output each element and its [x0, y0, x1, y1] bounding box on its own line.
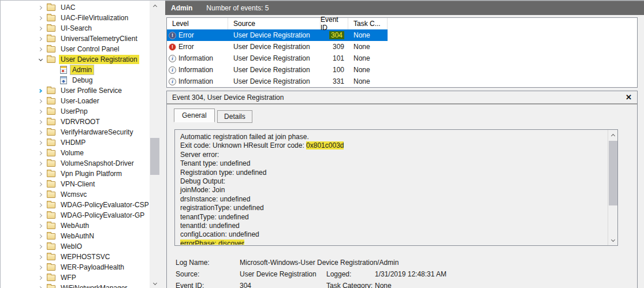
event-row[interactable]: iInformationUser Device Registration101N… — [167, 53, 388, 64]
event-row[interactable]: !ErrorUser Device Registration309None — [167, 41, 388, 53]
chevron-right-icon[interactable] — [36, 158, 46, 169]
tree-item-wer-payloadhealth[interactable]: WER-PayloadHealth — [1, 262, 150, 272]
chevron-right-icon[interactable] — [36, 283, 46, 288]
chevron-right-icon[interactable] — [36, 2, 46, 13]
tree-item-wdag-policyevaluator-csp[interactable]: WDAG-PolicyEvaluator-CSP — [1, 200, 150, 210]
chevron-right-icon[interactable] — [36, 106, 46, 117]
source-cell: User Device Registration — [228, 64, 321, 76]
chevron-right-icon[interactable] — [36, 200, 46, 210]
description-line: errorPhase: discover — [180, 240, 604, 245]
tree-item-user-device-registration[interactable]: User Device Registration — [1, 54, 150, 65]
tree-item-wcmsvc[interactable]: Wcmsvc — [1, 189, 150, 200]
tree-item-admin[interactable]: Admin — [1, 65, 150, 75]
folder-icon — [47, 285, 55, 288]
chevron-right-icon[interactable] — [36, 85, 46, 96]
scroll-up-button[interactable] — [150, 1, 160, 10]
column-header-level[interactable]: Level — [167, 18, 228, 29]
description-line: Registration type: undefined — [180, 169, 604, 177]
folder-icon — [47, 57, 55, 63]
event-count: Number of events: 5 — [206, 4, 269, 12]
level-text: Information — [178, 66, 213, 74]
event-row[interactable]: !ErrorUser Device Registration304None — [167, 29, 388, 41]
level-cell: !Error — [167, 29, 228, 41]
description-line: drsInstance: undefined — [180, 195, 604, 204]
chevron-right-icon[interactable] — [36, 148, 46, 158]
column-header-source[interactable]: Source — [228, 18, 321, 29]
chevron-right-icon[interactable] — [36, 96, 46, 106]
tree-item-vpn-client[interactable]: VPN-Client — [1, 179, 150, 189]
chevron-right-icon[interactable] — [36, 179, 46, 189]
tree-item-userpnp[interactable]: UserPnp — [1, 106, 150, 117]
event-row[interactable]: iInformationUser Device Registration100N… — [167, 64, 388, 76]
scroll-down-button[interactable] — [608, 235, 618, 245]
column-header-event-id[interactable]: Event ID — [321, 18, 348, 29]
tree-item-debug[interactable]: Debug — [1, 75, 150, 85]
tab-details[interactable]: Details — [217, 110, 252, 123]
event-id-cell: 100 — [321, 64, 348, 76]
folder-icon — [47, 181, 55, 188]
level-cell: iInformation — [167, 76, 228, 87]
folder-icon — [47, 202, 55, 208]
tree-item-wephostsvc[interactable]: WEPHOSTSVC — [1, 252, 150, 262]
tree-item-label: VPN-Client — [59, 179, 96, 189]
tree-item-webauthn[interactable]: WebAuthN — [1, 231, 150, 241]
close-icon[interactable]: ✕ — [626, 93, 632, 102]
chevron-right-icon[interactable] — [36, 272, 46, 283]
folder-icon — [47, 25, 55, 32]
log-tree: UACUAC-FileVirtualizationUI-SearchUniver… — [1, 1, 150, 288]
chevron-right-icon[interactable] — [36, 44, 46, 54]
scroll-down-button[interactable] — [150, 279, 160, 288]
chevron-right-icon[interactable] — [36, 33, 46, 44]
chevron-right-icon[interactable] — [36, 13, 46, 23]
tree-item-vdrvroot[interactable]: VDRVROOT — [1, 117, 150, 127]
tree-item-ui-search[interactable]: UI-Search — [1, 23, 150, 33]
chevron-right-icon[interactable] — [36, 117, 46, 127]
log-title: Admin — [171, 4, 192, 12]
chevron-right-icon[interactable] — [36, 169, 46, 179]
scrollbar-thumb[interactable] — [150, 138, 159, 175]
tree-item-user-control-panel[interactable]: User Control Panel — [1, 44, 150, 54]
tree-item-volumesnapshot-driver[interactable]: VolumeSnapshot-Driver — [1, 158, 150, 169]
chevron-right-icon[interactable] — [36, 23, 46, 33]
chevron-right-icon[interactable] — [36, 220, 46, 231]
source-cell: User Device Registration — [228, 53, 321, 64]
chevron-right-icon[interactable] — [36, 189, 46, 200]
tree-item-label: User-Loader — [59, 96, 101, 106]
tree-item-label: UserPnp — [59, 107, 90, 116]
event-row[interactable]: iInformationUser Device Registration331N… — [167, 76, 388, 87]
chevron-right-icon[interactable] — [36, 231, 46, 241]
chevron-right-icon[interactable] — [36, 127, 46, 137]
chevron-down-icon[interactable] — [36, 54, 46, 65]
event-description-box[interactable]: Automatic registration failed at join ph… — [174, 129, 618, 246]
tree-item-universaltelemetryclient[interactable]: UniversalTelemetryClient — [1, 33, 150, 44]
chevron-right-icon[interactable] — [36, 262, 46, 272]
chevron-right-icon[interactable] — [36, 252, 46, 262]
task-cell: None — [348, 41, 388, 53]
scrollbar-thumb[interactable] — [609, 141, 617, 205]
tree-item-wdag-policyevaluator-gp[interactable]: WDAG-PolicyEvaluator-GP — [1, 210, 150, 220]
tree-item-webio[interactable]: WebIO — [1, 241, 150, 252]
tree-item-volume[interactable]: Volume — [1, 148, 150, 158]
event-id-cell: 331 — [321, 76, 348, 87]
event-id-cell: 101 — [321, 53, 348, 64]
tree-item-user-loader[interactable]: User-Loader — [1, 96, 150, 106]
tree-item-uac-filevirtualization[interactable]: UAC-FileVirtualization — [1, 13, 150, 23]
tab-general[interactable]: General — [174, 109, 215, 122]
scroll-up-button[interactable] — [608, 130, 618, 140]
tree-item-wfp[interactable]: WFP — [1, 272, 150, 283]
level-text: Information — [178, 77, 213, 85]
tree-item-verifyhardwaresecurity[interactable]: VerifyHardwareSecurity — [1, 127, 150, 137]
tree-item-webauth[interactable]: WebAuth — [1, 220, 150, 231]
tree-item-user-profile-service[interactable]: User Profile Service — [1, 85, 150, 96]
chevron-right-icon[interactable] — [36, 210, 46, 220]
column-header-task-category[interactable]: Task C... — [348, 18, 388, 29]
tree-item-wifinetworkmanager[interactable]: WiFiNetworkManager — [1, 283, 150, 288]
tree-item-vhdmp[interactable]: VHDMP — [1, 137, 150, 148]
tree-item-uac[interactable]: UAC — [1, 2, 150, 13]
chevron-right-icon[interactable] — [36, 241, 46, 252]
description-scrollbar[interactable] — [608, 130, 617, 245]
chevron-right-icon[interactable] — [36, 137, 46, 148]
tree-scrollbar[interactable] — [150, 1, 160, 288]
folder-icon — [47, 264, 55, 271]
tree-item-vpn-plugin-platform[interactable]: Vpn Plugin Platform — [1, 169, 150, 179]
